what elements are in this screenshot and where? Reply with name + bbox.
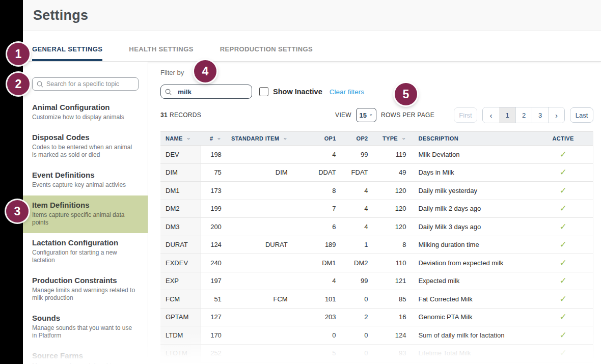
filter-search-value: milk xyxy=(178,88,192,96)
cell-op2: 4 xyxy=(341,200,373,218)
cell-active: ✓ xyxy=(533,254,593,272)
table-row-ltdm[interactable]: LTDM17000124Sum of daily milk for lactat… xyxy=(160,326,593,345)
cell-op1: 8 xyxy=(293,182,341,200)
annotation-badge-2: 2 xyxy=(7,73,30,95)
sidebar-item-disposal-codes[interactable]: Disposal CodesCodes to be entered when a… xyxy=(23,128,148,165)
table-body: DEV198499119Milk Deviation✓DIM75DIMDDATF… xyxy=(160,146,593,362)
column-header-[interactable]: #⌄ xyxy=(201,132,227,145)
table-row-dm2[interactable]: DM219974120Daily milk 2 days ago✓ xyxy=(160,200,593,218)
clear-filters-link[interactable]: Clear filters xyxy=(330,88,364,96)
page-button-3[interactable]: 3 xyxy=(532,107,548,123)
cell-num: 124 xyxy=(201,236,227,254)
column-header-op2: OP2 xyxy=(341,132,373,145)
cell-type: 110 xyxy=(373,254,412,272)
table-toolbar: 31RECORDS VIEW 15 ⌄ ROWS PER PAGE First … xyxy=(160,107,593,123)
cell-type: 120 xyxy=(373,200,412,218)
page-title: Settings xyxy=(33,8,88,23)
column-header-standard-item[interactable]: STANDARD ITEM⌄ xyxy=(227,132,293,145)
cell-op2: 0 xyxy=(341,345,373,362)
cell-active: ✓ xyxy=(533,200,593,218)
sidebar-item-item-definitions[interactable]: Item DefinitionsItems capture specific a… xyxy=(23,195,148,233)
cell-active: ✓ xyxy=(533,218,593,236)
column-header-label: ACTIVE xyxy=(553,135,574,142)
cell-description: Milking duration time xyxy=(411,236,533,254)
filter-search-box[interactable]: milk xyxy=(160,85,252,99)
sidebar-search-input[interactable] xyxy=(46,80,134,88)
cell-op2: 1 xyxy=(341,236,373,254)
main-content: Filter by milk Show Inactive Clear filte… xyxy=(160,62,593,364)
table-row-dm3[interactable]: DM320064120Daily Milk 3 days ago✓ xyxy=(160,218,593,236)
sidebar-search-box[interactable] xyxy=(32,77,139,91)
rows-per-page-select[interactable]: 15 ⌄ xyxy=(356,108,376,122)
table-row-dim[interactable]: DIM75DIMDDATFDAT49Days in Milk✓ xyxy=(160,164,593,182)
sidebar-item-subtitle: Codes to be entered when an animal is ma… xyxy=(32,144,138,159)
cell-num: 75 xyxy=(201,164,227,182)
check-icon: ✓ xyxy=(559,239,566,250)
cell-name: DURAT xyxy=(160,236,201,254)
rows-per-page-label: ROWS PER PAGE xyxy=(381,111,434,119)
column-header-label: DESCRIPTION xyxy=(418,135,458,142)
records-count: 31RECORDS xyxy=(160,111,201,119)
chevron-down-icon: ⌄ xyxy=(369,112,373,116)
sidebar-item-subtitle: Customize how to display animals xyxy=(32,114,138,121)
check-icon: ✓ xyxy=(559,312,566,322)
cell-type: 16 xyxy=(373,309,412,326)
pagination-last-button[interactable]: Last xyxy=(570,107,593,123)
table-row-dev[interactable]: DEV198499119Milk Deviation✓ xyxy=(160,146,593,164)
cell-op1: 6 xyxy=(293,218,341,236)
table-row-ltotm[interactable]: LTOTM2525093Lifetime Total Milk✓ xyxy=(160,345,593,363)
table-row-gptam[interactable]: GPTAM127203216Genomic PTA Milk✓ xyxy=(160,309,593,327)
cell-description: Daily milk 2 days ago xyxy=(411,200,533,218)
sidebar-item-animal-configuration[interactable]: Animal ConfigurationCustomize how to dis… xyxy=(23,98,148,128)
check-icon: ✓ xyxy=(559,275,566,286)
cell-name: DEV xyxy=(160,146,201,163)
table-row-exp[interactable]: EXP197499121Expected milk✓ xyxy=(160,272,593,291)
pagination-next-button[interactable]: › xyxy=(548,107,564,123)
show-inactive-checkbox[interactable] xyxy=(259,87,268,96)
table-row-dm1[interactable]: DM117384120Daily milk yesterday✓ xyxy=(160,182,593,200)
cell-active: ✓ xyxy=(533,290,593,308)
cell-type: 120 xyxy=(373,218,412,236)
table-row-fcm[interactable]: FCM51FCM101085Fat Corrected Milk✓ xyxy=(160,290,593,309)
sidebar-item-lactation-configuration[interactable]: Lactation ConfigurationConfiguration for… xyxy=(23,233,148,271)
sort-chevron-icon[interactable]: ⌄ xyxy=(186,136,192,139)
cell-num: 51 xyxy=(201,290,227,308)
cell-num: 200 xyxy=(201,218,227,236)
pagination-first-button[interactable]: First xyxy=(454,107,477,123)
cell-type: 124 xyxy=(373,326,412,344)
column-header-label: TYPE xyxy=(383,135,398,142)
sidebar-item-title: Disposal Codes xyxy=(32,133,138,142)
cell-op1: 203 xyxy=(293,309,341,326)
cell-standard-item xyxy=(227,254,293,272)
column-header-label: NAME xyxy=(166,135,183,142)
cell-op1: 101 xyxy=(293,290,341,308)
tab-general-settings[interactable]: GENERAL SETTINGS xyxy=(32,32,102,61)
sort-chevron-icon[interactable]: ⌄ xyxy=(216,136,222,139)
cell-op2: DM2 xyxy=(341,254,373,272)
column-header-name[interactable]: NAME⌄ xyxy=(160,132,201,145)
table-row-durat[interactable]: DURAT124DURAT18918Milking duration time✓ xyxy=(160,236,593,255)
check-icon: ✓ xyxy=(559,167,566,178)
cell-op1: 0 xyxy=(293,326,341,344)
pagination-prev-button[interactable]: ‹ xyxy=(483,107,499,123)
cell-op1: DM1 xyxy=(293,254,341,272)
cell-active: ✓ xyxy=(533,164,593,182)
column-header-type[interactable]: TYPE⌄ xyxy=(373,132,412,145)
sidebar-item-sounds[interactable]: SoundsManage sounds that you want to use… xyxy=(23,309,148,346)
sort-chevron-icon[interactable]: ⌄ xyxy=(283,136,288,139)
page-button-2[interactable]: 2 xyxy=(515,107,532,123)
show-inactive-label: Show Inactive xyxy=(273,88,322,96)
sidebar-item-subtitle: Manage your farm relationships xyxy=(32,362,138,364)
tab-reproduction-settings[interactable]: REPRODUCTION SETTINGS xyxy=(220,32,313,61)
annotation-badge-4: 4 xyxy=(194,60,216,82)
table-header-row: NAME⌄#⌄STANDARD ITEM⌄OP1OP2TYPE⌄DESCRIPT… xyxy=(160,131,593,146)
cell-op1: 5 xyxy=(293,345,341,362)
sidebar-item-production-constraints[interactable]: Production ConstraintsManage limits and … xyxy=(23,271,148,309)
tab-health-settings[interactable]: HEALTH SETTINGS xyxy=(129,32,193,61)
sort-chevron-icon[interactable]: ⌄ xyxy=(401,136,406,139)
page-button-1[interactable]: 1 xyxy=(499,107,515,123)
sidebar-item-source-farms[interactable]: Source FarmsManage your farm relationshi… xyxy=(23,346,148,364)
cell-num: 199 xyxy=(201,200,227,218)
sidebar-item-event-definitions[interactable]: Event DefinitionsEvents capture key anim… xyxy=(23,165,148,195)
table-row-exdev[interactable]: EXDEV240DM1DM2110Deviation from expected… xyxy=(160,254,593,272)
